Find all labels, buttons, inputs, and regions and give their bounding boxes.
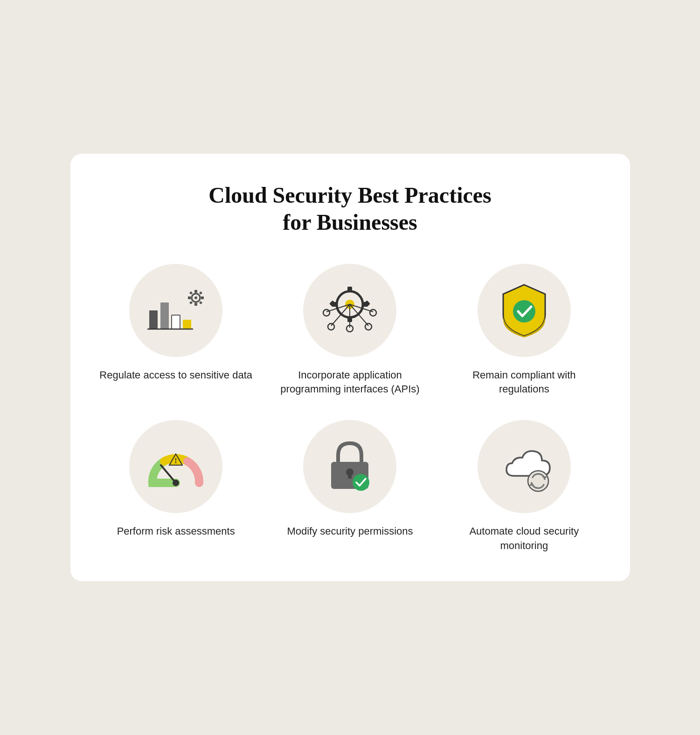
svg-rect-12 [199,291,202,294]
svg-rect-9 [188,296,191,299]
svg-point-33 [323,309,330,316]
svg-rect-0 [149,310,158,329]
svg-rect-1 [160,302,169,329]
icon-circle-regulate [129,264,222,357]
main-card: Cloud Security Best Practices for Busine… [70,154,630,581]
item-incorporate-apis: Incorporate application programming inte… [272,264,428,397]
svg-rect-7 [194,290,197,293]
label-perform-risk: Perform risk assessments [117,524,235,539]
svg-rect-13 [189,301,193,304]
svg-point-32 [365,323,372,330]
label-regulate-access: Regulate access to sensitive data [99,368,252,383]
item-regulate-access: Regulate access to sensitive data [98,264,254,397]
svg-point-35 [513,300,535,323]
page-title: Cloud Security Best Practices for Busine… [98,182,602,235]
item-automate-cloud: Automate cloud security monitoring [446,420,602,553]
bar-chart-gear-icon [146,285,206,336]
label-automate-cloud: Automate cloud security monitoring [446,524,602,553]
icon-circle-security [303,420,396,513]
svg-point-37 [173,480,179,486]
item-modify-security: Modify security permissions [272,420,428,553]
gear-network-icon [322,285,378,336]
icon-circle-compliant [478,264,571,357]
svg-point-30 [328,323,334,330]
practices-grid: Regulate access to sensitive data [98,264,602,553]
svg-rect-3 [183,320,191,329]
icon-circle-cloud [478,420,571,513]
item-perform-risk: ! Perform risk assessments [98,420,254,553]
svg-point-6 [194,296,197,299]
icon-circle-risk: ! [129,420,222,513]
svg-rect-8 [194,303,197,306]
label-remain-compliant: Remain compliant with regulations [446,368,602,397]
svg-point-34 [370,309,376,316]
shield-check-icon [499,282,550,338]
label-modify-security: Modify security permissions [287,524,413,539]
svg-text:!: ! [174,457,177,465]
item-remain-compliant: Remain compliant with regulations [446,264,602,397]
svg-rect-11 [189,291,193,294]
svg-rect-14 [199,301,202,304]
svg-rect-10 [201,296,204,299]
svg-rect-2 [172,315,180,329]
svg-rect-42 [348,472,352,479]
icon-circle-apis [303,264,396,357]
label-incorporate-apis: Incorporate application programming inte… [272,368,428,397]
svg-point-43 [353,474,369,491]
lock-check-icon [326,439,373,495]
gauge-warning-icon: ! [143,441,208,492]
svg-rect-17 [347,287,352,291]
cloud-sync-icon [492,441,557,492]
